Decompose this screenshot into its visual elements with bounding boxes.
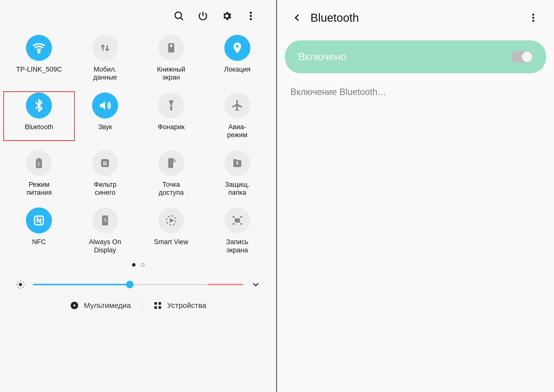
pager-dot-inactive[interactable] bbox=[141, 263, 144, 267]
tile-label: NFC bbox=[32, 238, 46, 246]
page-indicator bbox=[0, 263, 276, 267]
search-icon[interactable] bbox=[173, 10, 185, 22]
svg-point-34 bbox=[532, 20, 534, 22]
devices-label: Устройства bbox=[167, 301, 206, 310]
bluetooth-toggle-card[interactable]: Включено bbox=[285, 40, 546, 73]
tile-label: Запись экрана bbox=[226, 238, 248, 254]
tile-label: TP-LINK_509C bbox=[16, 65, 62, 73]
brightness-icon[interactable] bbox=[15, 280, 25, 290]
tile-hotspot[interactable]: Точка доступа bbox=[138, 150, 204, 197]
svg-point-2 bbox=[250, 12, 252, 14]
svg-marker-15 bbox=[170, 219, 173, 222]
back-icon[interactable] bbox=[292, 12, 302, 23]
svg-point-3 bbox=[250, 15, 252, 17]
power-mode-icon bbox=[26, 150, 52, 176]
svg-rect-11 bbox=[237, 163, 238, 165]
wifi-icon bbox=[26, 35, 52, 61]
svg-line-23 bbox=[23, 287, 23, 288]
tile-wifi[interactable]: TP-LINK_509C bbox=[6, 35, 72, 82]
devices-button[interactable]: Устройства bbox=[153, 301, 206, 310]
tile-label: Локация bbox=[224, 65, 250, 73]
svg-text:B: B bbox=[103, 160, 107, 167]
svg-point-33 bbox=[532, 17, 534, 19]
bottom-bar: Мультимедиа Устройства bbox=[0, 300, 276, 310]
svg-point-4 bbox=[250, 18, 252, 20]
tile-blue-filter[interactable]: B Фильтр синего bbox=[72, 150, 138, 197]
bluetooth-icon bbox=[26, 93, 52, 118]
hotspot-icon bbox=[158, 150, 184, 176]
bluetooth-switch[interactable] bbox=[511, 51, 533, 63]
aod-icon bbox=[92, 207, 118, 233]
tile-label: Звук bbox=[98, 123, 112, 131]
flashlight-icon bbox=[158, 93, 184, 118]
svg-rect-30 bbox=[154, 306, 157, 309]
mobile-data-icon bbox=[92, 35, 118, 61]
svg-point-0 bbox=[175, 12, 181, 18]
brightness-row bbox=[0, 267, 276, 290]
more-icon[interactable] bbox=[528, 12, 539, 23]
tile-location[interactable]: Локация bbox=[204, 35, 270, 82]
tile-bluetooth[interactable]: Bluetooth bbox=[3, 91, 75, 141]
tile-label: Мобил. данные bbox=[93, 65, 117, 82]
pager-dot-active bbox=[132, 263, 136, 267]
svg-point-8 bbox=[170, 105, 172, 106]
secure-folder-icon bbox=[224, 150, 250, 176]
svg-line-24 bbox=[17, 287, 18, 288]
tile-mobile-data[interactable]: Мобил. данные bbox=[72, 35, 138, 82]
tile-secure-folder[interactable]: Защищ. папка bbox=[204, 150, 270, 197]
multimedia-label: Мультимедиа bbox=[84, 301, 131, 310]
tile-book-screen[interactable]: Книжный экран bbox=[138, 35, 204, 82]
play-circle-icon bbox=[70, 301, 79, 310]
svg-rect-28 bbox=[154, 302, 157, 305]
tile-label: Режим питания bbox=[26, 181, 52, 197]
grid-icon bbox=[153, 301, 162, 310]
tile-airplane[interactable]: Авиа- режим bbox=[204, 93, 270, 139]
tile-nfc[interactable]: NFC bbox=[6, 207, 72, 254]
bluetooth-settings-panel: Bluetooth Включено Включение Bluetooth… bbox=[277, 0, 554, 392]
book-screen-icon bbox=[158, 35, 184, 61]
svg-line-22 bbox=[17, 282, 18, 282]
page-title: Bluetooth bbox=[310, 11, 520, 24]
svg-rect-7 bbox=[170, 44, 172, 47]
screen-rec-icon bbox=[224, 207, 250, 233]
svg-point-17 bbox=[19, 283, 22, 286]
airplane-icon bbox=[224, 93, 250, 118]
tile-power-mode[interactable]: Режим питания bbox=[6, 150, 72, 197]
svg-rect-29 bbox=[158, 302, 161, 305]
power-icon[interactable] bbox=[197, 10, 209, 22]
more-icon[interactable] bbox=[245, 10, 257, 22]
quick-settings-grid: TP-LINK_509C Мобил. данные Книжный экран… bbox=[0, 30, 276, 254]
tile-aod[interactable]: Always On Display bbox=[72, 207, 138, 254]
location-icon bbox=[224, 35, 250, 61]
svg-point-32 bbox=[532, 14, 534, 16]
tile-label: Книжный экран bbox=[157, 65, 185, 82]
bluetooth-toggle-label: Включено bbox=[298, 51, 346, 63]
blue-filter-icon: B bbox=[92, 150, 118, 176]
separator bbox=[142, 300, 142, 310]
multimedia-button[interactable]: Мультимедиа bbox=[70, 301, 131, 310]
tile-flashlight[interactable]: Фонарик bbox=[138, 93, 204, 139]
tile-screen-rec[interactable]: Запись экрана bbox=[204, 207, 270, 254]
tile-label: Точка доступа bbox=[159, 181, 184, 197]
tile-smart-view[interactable]: Smart View bbox=[138, 207, 204, 254]
svg-rect-16 bbox=[235, 219, 239, 222]
tile-label: Bluetooth bbox=[25, 123, 53, 131]
smart-view-icon bbox=[158, 207, 184, 233]
tile-label: Авиа- режим bbox=[227, 123, 247, 139]
gear-icon[interactable] bbox=[221, 10, 233, 22]
svg-rect-31 bbox=[158, 306, 161, 309]
bluetooth-header: Bluetooth bbox=[277, 0, 554, 34]
tile-label: Защищ. папка bbox=[225, 181, 249, 197]
svg-point-5 bbox=[38, 51, 40, 53]
brightness-slider[interactable] bbox=[33, 284, 243, 285]
svg-line-1 bbox=[181, 18, 183, 20]
tile-label: Фильтр синего bbox=[94, 181, 117, 197]
switch-thumb bbox=[522, 52, 532, 62]
quick-settings-panel: TP-LINK_509C Мобил. данные Книжный экран… bbox=[0, 0, 277, 392]
chevron-down-icon[interactable] bbox=[251, 280, 261, 290]
quick-settings-toolbar bbox=[0, 0, 276, 30]
svg-line-25 bbox=[23, 282, 23, 282]
tile-label: Always On Display bbox=[89, 238, 121, 254]
tile-sound[interactable]: Звук bbox=[72, 93, 138, 139]
tile-label: Фонарик bbox=[158, 123, 184, 131]
